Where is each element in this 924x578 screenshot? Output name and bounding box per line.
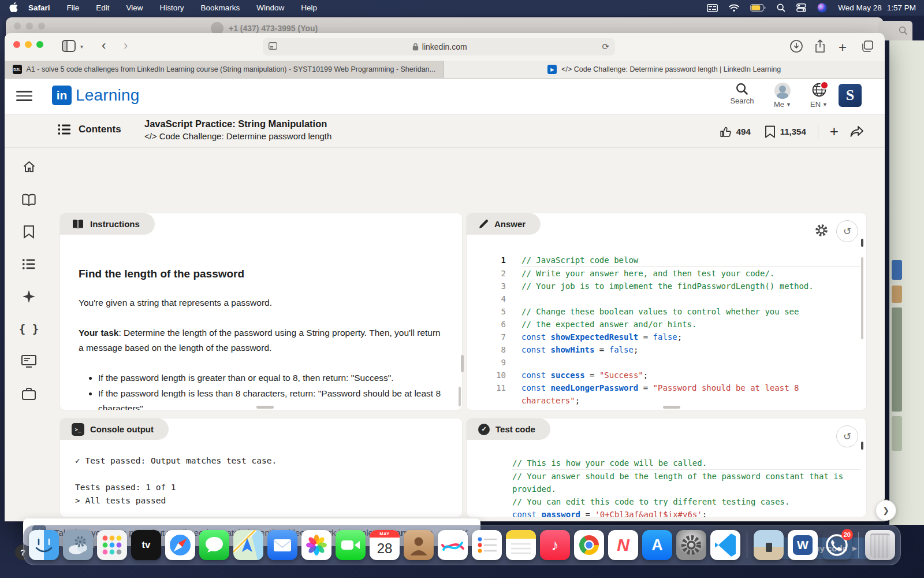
close-window-button[interactable] (13, 41, 20, 48)
dock-reminders[interactable] (472, 530, 502, 560)
like-icon[interactable] (719, 125, 732, 138)
tab-overview-icon[interactable] (861, 40, 874, 55)
menu-item-edit[interactable]: Edit (96, 3, 109, 12)
code-line[interactable]: 10const success = "Success"; (471, 369, 862, 381)
tab-answer[interactable]: Answer (467, 213, 541, 235)
menu-item-help[interactable]: Help (301, 3, 317, 12)
new-tab-icon[interactable]: + (839, 39, 847, 55)
settings-gear-icon[interactable] (815, 224, 828, 239)
sidebar-item-jobs[interactable] (21, 386, 36, 401)
dock-safari[interactable] (165, 530, 195, 560)
right-row-resize-handle[interactable] (663, 406, 680, 409)
dock-maps[interactable] (233, 530, 263, 560)
dock-whatsapp[interactable]: 20 (822, 530, 852, 560)
code-line[interactable]: 5// Change these boolean values to contr… (471, 305, 862, 318)
hamburger-menu-icon[interactable] (16, 88, 32, 104)
menu-status-area[interactable]: Wed May 281:57 PM (707, 3, 924, 13)
apple-menu-icon[interactable] (9, 2, 18, 14)
test-code-editor[interactable]: // This is how your code will be called.… (497, 457, 860, 517)
sidebar-item-code-practice[interactable]: { } (21, 321, 36, 336)
answer-scrollbar[interactable] (861, 257, 863, 339)
dock-app-store[interactable]: A (642, 530, 672, 560)
battery-icon[interactable] (750, 4, 766, 12)
dock-system-data[interactable] (63, 530, 93, 560)
keyboard-icon[interactable] (707, 4, 718, 12)
sidebar-item-playlists[interactable] (21, 257, 36, 272)
menu-item-safari[interactable]: Safari (28, 3, 50, 12)
reset-code-button[interactable]: ↺ (836, 220, 858, 242)
address-bar[interactable]: linkedin.com ⟳ (263, 38, 615, 55)
menu-item-bookmarks[interactable]: Bookmarks (201, 3, 240, 12)
sidebar-item-certifications[interactable] (21, 354, 36, 369)
code-line[interactable]: 7const showExpectedResult = false; (471, 331, 862, 343)
sidebar-toggle-icon[interactable] (62, 40, 76, 54)
dock-photos[interactable] (301, 530, 331, 560)
minimize-window-button[interactable] (25, 41, 32, 48)
dock-vscode[interactable] (710, 530, 740, 560)
share-forward-icon[interactable] (850, 126, 864, 138)
sidebar-item-ai-coach[interactable] (21, 289, 36, 304)
instructions-scrollbar[interactable] (459, 387, 461, 406)
code-line[interactable]: 9 (471, 356, 862, 369)
dock-finder[interactable] (29, 530, 59, 560)
answer-scrollbar-top[interactable] (861, 239, 863, 247)
menu-item-window[interactable]: Window (256, 3, 284, 12)
test-code-scrollbar-top[interactable] (861, 442, 863, 450)
reader-icon[interactable] (269, 42, 277, 51)
reload-icon[interactable]: ⟳ (602, 42, 609, 52)
tab-instructions[interactable]: Instructions (60, 213, 155, 235)
back-button[interactable]: ‹ (102, 38, 106, 53)
code-line[interactable]: const password = '0+Cbl3af&aqlt$ix#y6s'; (497, 508, 860, 517)
reset-test-code-button[interactable]: ↺ (836, 425, 858, 447)
tab-test-code[interactable]: ✓ Test code (467, 418, 550, 440)
answer-code-editor[interactable]: 1// JavaScript code below2// Write your … (471, 254, 862, 407)
column-resize-handle[interactable] (461, 355, 464, 372)
dock-notes[interactable] (506, 530, 536, 560)
code-line[interactable]: 11const needLongerPassword = "Password s… (471, 381, 862, 407)
dock-music[interactable]: ♪ (540, 530, 570, 560)
siri-icon[interactable] (817, 3, 827, 13)
sidebar-item-library[interactable] (21, 192, 36, 207)
sheridan-logo[interactable]: S (839, 84, 862, 107)
add-icon[interactable]: + (830, 123, 839, 140)
code-line[interactable]: 1// JavaScript code below (471, 254, 862, 267)
sidebar-item-home[interactable] (21, 160, 36, 175)
dock-chrome[interactable] (574, 530, 604, 560)
code-line[interactable]: 4 (471, 292, 862, 305)
menu-clock[interactable]: Wed May 281:57 PM (838, 3, 916, 12)
linkedin-learning-logo[interactable]: in Learning (52, 86, 140, 105)
code-line[interactable]: // This is how your code will be called. (497, 457, 860, 470)
tab-d2l-assignment[interactable]: D2L A1 - solve 5 code challenges from Li… (5, 61, 444, 78)
dock-preview-document[interactable] (754, 530, 784, 560)
dock-calendar[interactable]: MAY28 (370, 530, 400, 560)
code-line[interactable]: 3// Your job is to implement the findPas… (471, 280, 862, 292)
downloads-icon[interactable] (790, 40, 803, 55)
sidebar-item-my-content[interactable] (21, 224, 36, 239)
contents-button[interactable]: Contents (58, 124, 121, 135)
nav-language-menu[interactable]: EN▼ (800, 83, 837, 109)
scroll-down-button[interactable]: ❯ (875, 500, 896, 521)
dock-facetime[interactable] (336, 530, 366, 560)
menu-item-history[interactable]: History (160, 3, 184, 12)
menu-item-view[interactable]: View (126, 3, 143, 12)
code-line[interactable]: // You can edit this code to try differe… (497, 495, 860, 508)
zoom-window-button[interactable] (36, 41, 43, 48)
control-center-icon[interactable] (796, 3, 806, 12)
menu-item-file[interactable]: File (67, 3, 80, 12)
wifi-icon[interactable] (729, 4, 739, 12)
nav-me-menu[interactable]: Me▼ (764, 83, 801, 109)
dock-contacts[interactable] (404, 530, 434, 560)
code-line[interactable]: 8const showHints = false; (471, 343, 862, 356)
dock-mail[interactable] (267, 530, 297, 560)
bookmark-icon[interactable] (765, 125, 776, 138)
code-line[interactable]: 2// Write your answer here, and then tes… (471, 267, 862, 280)
code-line[interactable]: 6// the expected answer and/or hints. (471, 318, 862, 331)
dock-apple-tv[interactable]: tv (131, 530, 161, 560)
dock-launchpad[interactable] (97, 530, 127, 560)
dock-messages[interactable] (199, 530, 229, 560)
dock-system-settings[interactable] (676, 530, 706, 560)
spotlight-icon[interactable] (777, 3, 785, 12)
dock-word[interactable]: W (788, 530, 818, 560)
tab-linkedin-learning[interactable]: ▶ </> Code Challenge: Determine password… (444, 61, 885, 78)
dock-freeform[interactable] (438, 530, 468, 560)
